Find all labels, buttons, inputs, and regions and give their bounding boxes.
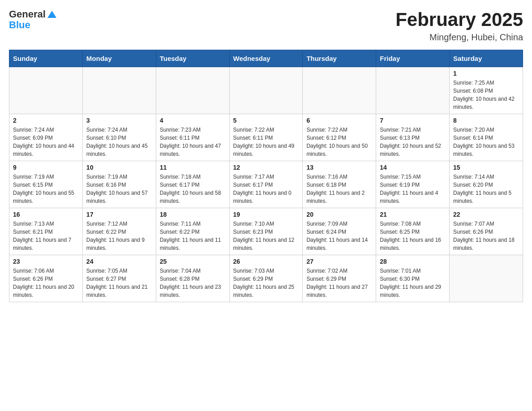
day-number: 18	[160, 211, 226, 218]
day-info: Sunrise: 7:08 AMSunset: 6:25 PMDaylight:…	[380, 220, 446, 252]
day-info: Sunrise: 7:15 AMSunset: 6:19 PMDaylight:…	[380, 173, 446, 205]
day-number: 4	[160, 117, 226, 124]
calendar-cell: 18Sunrise: 7:11 AMSunset: 6:22 PMDayligh…	[156, 208, 229, 255]
calendar-cell: 12Sunrise: 7:17 AMSunset: 6:17 PMDayligh…	[229, 161, 303, 208]
calendar-cell	[9, 67, 83, 114]
day-info: Sunrise: 7:18 AMSunset: 6:17 PMDaylight:…	[160, 173, 226, 205]
day-info: Sunrise: 7:02 AMSunset: 6:29 PMDaylight:…	[306, 267, 372, 299]
day-info: Sunrise: 7:05 AMSunset: 6:27 PMDaylight:…	[86, 267, 152, 299]
day-info: Sunrise: 7:10 AMSunset: 6:23 PMDaylight:…	[233, 220, 299, 252]
calendar-cell: 20Sunrise: 7:09 AMSunset: 6:24 PMDayligh…	[303, 208, 376, 255]
day-info: Sunrise: 7:12 AMSunset: 6:22 PMDaylight:…	[86, 220, 152, 252]
day-number: 24	[86, 258, 152, 265]
calendar-cell	[450, 255, 523, 302]
week-row-1: 1Sunrise: 7:25 AMSunset: 6:08 PMDaylight…	[9, 67, 523, 114]
calendar-cell: 15Sunrise: 7:14 AMSunset: 6:20 PMDayligh…	[450, 161, 523, 208]
day-info: Sunrise: 7:09 AMSunset: 6:24 PMDaylight:…	[306, 220, 372, 252]
calendar-cell: 26Sunrise: 7:03 AMSunset: 6:29 PMDayligh…	[229, 255, 303, 302]
calendar-cell: 3Sunrise: 7:24 AMSunset: 6:10 PMDaylight…	[82, 114, 156, 161]
day-info: Sunrise: 7:13 AMSunset: 6:21 PMDaylight:…	[13, 220, 79, 252]
day-number: 7	[380, 117, 446, 124]
week-row-2: 2Sunrise: 7:24 AMSunset: 6:09 PMDaylight…	[9, 114, 523, 161]
day-info: Sunrise: 7:07 AMSunset: 6:26 PMDaylight:…	[453, 220, 519, 252]
calendar-cell: 9Sunrise: 7:19 AMSunset: 6:15 PMDaylight…	[9, 161, 83, 208]
weekday-header-thursday: Thursday	[303, 50, 376, 67]
day-info: Sunrise: 7:21 AMSunset: 6:13 PMDaylight:…	[380, 126, 446, 158]
calendar-cell: 22Sunrise: 7:07 AMSunset: 6:26 PMDayligh…	[450, 208, 523, 255]
day-info: Sunrise: 7:06 AMSunset: 6:26 PMDaylight:…	[13, 267, 79, 299]
day-number: 12	[233, 164, 299, 171]
day-info: Sunrise: 7:20 AMSunset: 6:14 PMDaylight:…	[453, 126, 519, 158]
day-number: 11	[160, 164, 226, 171]
week-row-3: 9Sunrise: 7:19 AMSunset: 6:15 PMDaylight…	[9, 161, 523, 208]
calendar-cell	[82, 67, 156, 114]
calendar-cell: 17Sunrise: 7:12 AMSunset: 6:22 PMDayligh…	[82, 208, 156, 255]
calendar-cell: 13Sunrise: 7:16 AMSunset: 6:18 PMDayligh…	[303, 161, 376, 208]
weekday-header-friday: Friday	[376, 50, 450, 67]
logo-general-text: General	[9, 9, 46, 20]
location-text: Mingfeng, Hubei, China	[395, 32, 523, 43]
day-number: 6	[306, 117, 372, 124]
weekday-header-wednesday: Wednesday	[229, 50, 303, 67]
day-info: Sunrise: 7:22 AMSunset: 6:12 PMDaylight:…	[306, 126, 372, 158]
day-info: Sunrise: 7:03 AMSunset: 6:29 PMDaylight:…	[233, 267, 299, 299]
day-info: Sunrise: 7:04 AMSunset: 6:28 PMDaylight:…	[160, 267, 226, 299]
calendar-cell	[376, 67, 450, 114]
day-number: 1	[453, 70, 519, 77]
page-header: General Blue February 2025 Mingfeng, Hub…	[9, 9, 523, 43]
day-number: 22	[453, 211, 519, 218]
calendar-cell: 2Sunrise: 7:24 AMSunset: 6:09 PMDaylight…	[9, 114, 83, 161]
weekday-header-monday: Monday	[82, 50, 156, 67]
week-row-4: 16Sunrise: 7:13 AMSunset: 6:21 PMDayligh…	[9, 208, 523, 255]
day-info: Sunrise: 7:11 AMSunset: 6:22 PMDaylight:…	[160, 220, 226, 252]
day-info: Sunrise: 7:19 AMSunset: 6:16 PMDaylight:…	[86, 173, 152, 205]
weekday-header-sunday: Sunday	[9, 50, 83, 67]
day-number: 28	[380, 258, 446, 265]
calendar-cell: 14Sunrise: 7:15 AMSunset: 6:19 PMDayligh…	[376, 161, 450, 208]
calendar-cell: 24Sunrise: 7:05 AMSunset: 6:27 PMDayligh…	[82, 255, 156, 302]
calendar-body: 1Sunrise: 7:25 AMSunset: 6:08 PMDaylight…	[9, 67, 523, 302]
calendar-cell: 27Sunrise: 7:02 AMSunset: 6:29 PMDayligh…	[303, 255, 376, 302]
logo: General Blue	[9, 9, 56, 30]
logo-triangle-icon	[47, 11, 56, 18]
calendar-cell	[303, 67, 376, 114]
calendar-cell: 6Sunrise: 7:22 AMSunset: 6:12 PMDaylight…	[303, 114, 376, 161]
day-number: 10	[86, 164, 152, 171]
calendar-cell: 25Sunrise: 7:04 AMSunset: 6:28 PMDayligh…	[156, 255, 229, 302]
calendar-cell: 5Sunrise: 7:22 AMSunset: 6:11 PMDaylight…	[229, 114, 303, 161]
calendar-cell: 10Sunrise: 7:19 AMSunset: 6:16 PMDayligh…	[82, 161, 156, 208]
calendar-cell: 7Sunrise: 7:21 AMSunset: 6:13 PMDaylight…	[376, 114, 450, 161]
calendar-cell: 23Sunrise: 7:06 AMSunset: 6:26 PMDayligh…	[9, 255, 83, 302]
calendar-header: SundayMondayTuesdayWednesdayThursdayFrid…	[9, 50, 523, 67]
day-info: Sunrise: 7:14 AMSunset: 6:20 PMDaylight:…	[453, 173, 519, 205]
day-info: Sunrise: 7:17 AMSunset: 6:17 PMDaylight:…	[233, 173, 299, 205]
day-info: Sunrise: 7:24 AMSunset: 6:09 PMDaylight:…	[13, 126, 79, 158]
day-number: 15	[453, 164, 519, 171]
day-info: Sunrise: 7:01 AMSunset: 6:30 PMDaylight:…	[380, 267, 446, 299]
weekday-header-saturday: Saturday	[450, 50, 523, 67]
day-number: 9	[13, 164, 79, 171]
day-number: 19	[233, 211, 299, 218]
calendar-cell: 21Sunrise: 7:08 AMSunset: 6:25 PMDayligh…	[376, 208, 450, 255]
title-section: February 2025 Mingfeng, Hubei, China	[395, 9, 523, 43]
week-row-5: 23Sunrise: 7:06 AMSunset: 6:26 PMDayligh…	[9, 255, 523, 302]
day-info: Sunrise: 7:23 AMSunset: 6:11 PMDaylight:…	[160, 126, 226, 158]
calendar-cell: 19Sunrise: 7:10 AMSunset: 6:23 PMDayligh…	[229, 208, 303, 255]
day-info: Sunrise: 7:19 AMSunset: 6:15 PMDaylight:…	[13, 173, 79, 205]
calendar-cell: 8Sunrise: 7:20 AMSunset: 6:14 PMDaylight…	[450, 114, 523, 161]
day-number: 20	[306, 211, 372, 218]
day-number: 13	[306, 164, 372, 171]
day-number: 23	[13, 258, 79, 265]
weekday-header-tuesday: Tuesday	[156, 50, 229, 67]
day-number: 8	[453, 117, 519, 124]
month-title: February 2025	[395, 9, 523, 30]
day-number: 3	[86, 117, 152, 124]
day-number: 2	[13, 117, 79, 124]
day-number: 14	[380, 164, 446, 171]
day-number: 17	[86, 211, 152, 218]
calendar-cell: 11Sunrise: 7:18 AMSunset: 6:17 PMDayligh…	[156, 161, 229, 208]
day-info: Sunrise: 7:24 AMSunset: 6:10 PMDaylight:…	[86, 126, 152, 158]
day-number: 27	[306, 258, 372, 265]
calendar-cell: 16Sunrise: 7:13 AMSunset: 6:21 PMDayligh…	[9, 208, 83, 255]
day-info: Sunrise: 7:22 AMSunset: 6:11 PMDaylight:…	[233, 126, 299, 158]
